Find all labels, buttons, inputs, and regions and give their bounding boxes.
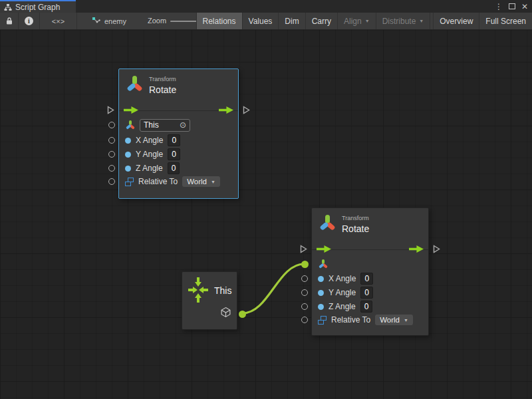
float-type-icon — [125, 166, 131, 172]
z-angle-port[interactable] — [108, 165, 115, 172]
relative-to-row: Relative To World ▼ — [125, 175, 220, 188]
code-view-button[interactable]: <×> — [40, 13, 77, 29]
graph-toolbar: i <×> enemy Zoom 1x Relations Values Dim… — [0, 13, 532, 30]
graph-canvas[interactable]: Transform Rotate This ⊙ X Angle — [0, 30, 532, 399]
float-type-icon — [125, 138, 131, 144]
graph-breadcrumb-icon — [92, 17, 100, 25]
node-this[interactable]: This — [182, 271, 237, 330]
object-picker-icon[interactable]: ⊙ — [180, 121, 186, 129]
node-title: Rotate — [342, 223, 369, 234]
chevron-down-icon: ▼ — [419, 19, 424, 23]
target-row — [318, 257, 328, 271]
y-angle-port[interactable] — [301, 289, 308, 296]
overview-button[interactable]: Overview — [433, 13, 479, 29]
transform-icon — [319, 215, 336, 232]
float-type-icon — [318, 276, 324, 282]
target-row: This ⊙ — [125, 118, 190, 132]
z-angle-port[interactable] — [301, 303, 308, 310]
flow-output-port[interactable] — [433, 245, 440, 253]
carry-button[interactable]: Carry — [305, 13, 337, 29]
node-rotate-1[interactable]: Transform Rotate This ⊙ X Angle — [118, 68, 239, 199]
chevron-down-icon: ▼ — [404, 318, 408, 323]
flow-input-port[interactable] — [300, 245, 307, 253]
y-angle-input[interactable]: 0 — [360, 287, 373, 299]
y-angle-row: Y Angle 0 — [318, 286, 373, 299]
x-angle-port[interactable] — [301, 275, 308, 282]
align-button[interactable]: Align▼ — [337, 13, 376, 29]
maximize-icon[interactable] — [509, 3, 515, 9]
fullscreen-button[interactable]: Full Screen — [479, 13, 532, 29]
x-angle-row: X Angle 0 — [318, 272, 373, 285]
relative-to-port[interactable] — [108, 178, 115, 185]
window-menu-icon[interactable]: ⋮ — [495, 3, 503, 11]
enum-type-icon — [125, 178, 134, 186]
info-icon: i — [25, 17, 33, 25]
chevron-down-icon: ▼ — [211, 180, 215, 184]
node-category: Transform — [342, 215, 369, 221]
tab-title: Script Graph — [15, 3, 60, 12]
connection-layer — [0, 30, 532, 399]
graph-tab-icon — [4, 3, 12, 11]
y-angle-row: Y Angle 0 — [125, 148, 180, 161]
relative-to-row: Relative To World ▼ — [318, 313, 413, 327]
chevron-down-icon: ▼ — [365, 19, 370, 23]
node-title: This — [214, 285, 231, 296]
target-field[interactable]: This ⊙ — [140, 119, 190, 132]
flow-out-arrow-icon — [409, 245, 424, 253]
connection-wire[interactable] — [243, 264, 304, 313]
z-angle-input[interactable]: 0 — [360, 301, 373, 313]
float-type-icon — [318, 290, 324, 296]
gameobject-cube-icon — [220, 307, 231, 318]
lock-button[interactable] — [0, 13, 19, 29]
z-angle-input[interactable]: 0 — [168, 162, 180, 174]
distribute-button[interactable]: Distribute▼ — [376, 13, 430, 29]
x-angle-input[interactable]: 0 — [360, 273, 373, 285]
x-angle-input[interactable]: 0 — [168, 134, 180, 146]
self-icon — [188, 280, 208, 300]
node-header: Transform Rotate — [119, 69, 238, 102]
float-type-icon — [125, 152, 131, 158]
values-button[interactable]: Values — [242, 13, 279, 29]
flow-in-arrow-icon — [124, 106, 138, 114]
node-header: Transform Rotate — [312, 208, 428, 241]
flow-output-port[interactable] — [243, 106, 250, 114]
code-icon: <×> — [52, 17, 65, 25]
relative-to-dropdown[interactable]: World ▼ — [182, 176, 220, 187]
lock-icon — [5, 17, 13, 25]
flow-in-arrow-icon — [317, 245, 331, 253]
enum-type-icon — [318, 316, 327, 325]
z-angle-row: Z Angle 0 — [318, 300, 372, 313]
node-rotate-2[interactable]: Transform Rotate X Angle 0 Y Angle 0 — [311, 207, 429, 336]
breadcrumb-graph[interactable]: enemy — [86, 13, 132, 29]
y-angle-port[interactable] — [108, 151, 115, 158]
flow-out-arrow-icon — [219, 106, 233, 114]
z-angle-row: Z Angle 0 — [125, 162, 180, 175]
target-input-port[interactable] — [108, 122, 115, 128]
tab-bar: Script Graph ⋮ ✕ — [0, 0, 532, 13]
transform-mini-icon — [318, 259, 328, 269]
relations-button[interactable]: Relations — [196, 13, 242, 29]
tab-script-graph[interactable]: Script Graph — [0, 0, 76, 13]
transform-icon — [126, 76, 143, 93]
dim-button[interactable]: Dim — [278, 13, 305, 29]
node-title: Rotate — [149, 84, 176, 95]
y-angle-input[interactable]: 0 — [168, 148, 180, 160]
x-angle-row: X Angle 0 — [125, 134, 180, 147]
relative-to-dropdown[interactable]: World ▼ — [375, 315, 413, 325]
node-category: Transform — [149, 76, 176, 82]
float-type-icon — [318, 304, 324, 310]
target-input-port-connected[interactable] — [301, 261, 309, 268]
x-angle-port[interactable] — [108, 137, 115, 144]
breadcrumb-label: enemy — [104, 17, 126, 25]
transform-mini-icon — [125, 120, 135, 130]
zoom-label: Zoom — [148, 17, 166, 25]
relative-to-port[interactable] — [301, 317, 308, 323]
self-output-port-connected[interactable] — [239, 311, 246, 318]
info-button[interactable]: i — [19, 13, 40, 29]
close-icon[interactable]: ✕ — [521, 3, 528, 11]
flow-input-port[interactable] — [107, 106, 114, 114]
